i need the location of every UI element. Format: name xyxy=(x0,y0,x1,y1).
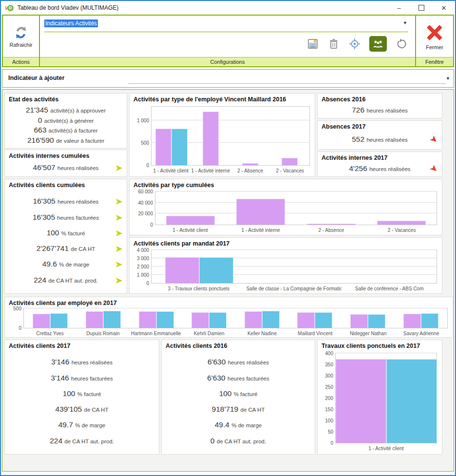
bar-violet xyxy=(350,314,368,328)
bar-violet xyxy=(236,199,285,225)
stat-label: de valeur à facturer xyxy=(56,138,104,144)
stat-value: 0 xyxy=(38,116,44,124)
stat-value: 21'345 xyxy=(26,106,50,114)
configuration-combo[interactable]: Indicateurs Activités ▼ xyxy=(40,16,415,33)
delete-config-button[interactable] xyxy=(327,37,340,51)
y-tick-label: 40 000 xyxy=(138,200,153,205)
stat-value: 918'719 xyxy=(212,405,241,413)
close-button[interactable]: Fermer xyxy=(416,16,453,57)
stat-row: 100 % facturé xyxy=(165,389,312,398)
stat-label: % facturé xyxy=(234,391,258,397)
stat-value: 49.6 xyxy=(42,260,59,268)
chart-title: Activités clients par employé en 2017 xyxy=(9,300,117,306)
undo-icon xyxy=(396,38,407,50)
save-config-button[interactable] xyxy=(306,37,320,51)
y-tick-label: 0 xyxy=(19,325,21,331)
panel-activites-internes-2017: Activités internes 2017 4'256 heures réa… xyxy=(317,152,442,177)
bar-violet xyxy=(282,158,298,165)
stat-value: 2'267'741 xyxy=(37,244,71,252)
default-config-button[interactable] xyxy=(348,37,361,51)
stat-value: 439'105 xyxy=(56,405,84,413)
panel-title: Absences 2017 xyxy=(322,123,365,130)
chart-category xyxy=(77,308,130,328)
bar-cyan xyxy=(171,129,188,165)
trend-flat-arrow-icon: ➤ xyxy=(115,197,123,206)
target-icon xyxy=(349,38,361,50)
close-icon xyxy=(425,23,444,42)
y-tick-label: 0 xyxy=(150,222,153,228)
bar-violet xyxy=(336,359,386,443)
chart-category xyxy=(183,308,236,328)
stat-label: heures facturées xyxy=(57,215,99,221)
toolbar-window-group: Fermer Fenêtre xyxy=(415,16,453,66)
stat-label: heures facturées xyxy=(228,376,269,381)
bar-violet xyxy=(203,112,219,165)
chart-category xyxy=(247,250,342,283)
stat-row: 49.6 % de marge➤ xyxy=(8,260,124,268)
x-category-label: 3 - Travaux clients ponctuels xyxy=(151,285,247,291)
minimize-button[interactable]: – xyxy=(388,1,410,15)
stat-row: 224 de CA HT aut. prod.➤ xyxy=(8,276,124,285)
chart-category xyxy=(191,107,230,165)
stat-row: 439'105 de CA HT xyxy=(8,405,156,414)
stat-value: 0 xyxy=(210,437,217,445)
add-indicator-bar: Indicateur à ajouter ▼ xyxy=(2,69,454,88)
y-tick-label: 300 xyxy=(325,373,333,379)
y-tick-label: 500 xyxy=(141,140,149,145)
toolbar-config-group: Indicateurs Activités ▼ xyxy=(40,16,415,66)
toolbar-actions-group: Rafraichir Actions xyxy=(3,16,40,66)
bar-violet xyxy=(33,314,50,328)
y-tick-label: 100 xyxy=(325,418,333,423)
chevron-down-icon[interactable]: ▼ xyxy=(403,20,407,25)
panel-title: Activités internes cumulées xyxy=(9,152,89,159)
save-icon xyxy=(307,38,319,50)
trend-flat-arrow-icon: ➤ xyxy=(115,260,123,269)
x-category-label: 2 - Vacances xyxy=(366,226,437,233)
stat-row: 2'267'741 de CA HT➤ xyxy=(8,244,124,253)
stat-label: de CA HT aut. prod. xyxy=(217,438,266,444)
stat-label: heures réalisées xyxy=(366,108,407,114)
bar-cyan xyxy=(199,257,233,283)
close-window-button[interactable]: ✕ xyxy=(433,1,455,15)
panel-title: Etat des activités xyxy=(9,96,58,103)
x-category-label: Savary Adrienne xyxy=(395,329,448,336)
y-tick-label: 60 000 xyxy=(138,189,153,194)
stat-row: 100 % facturé➤ xyxy=(8,228,124,237)
stat-label: de CA HT aut. prod. xyxy=(48,278,97,284)
maximize-button[interactable] xyxy=(410,1,433,15)
bar-cyan xyxy=(50,313,68,328)
share-config-button[interactable] xyxy=(369,36,387,52)
y-tick-label: 1 000 xyxy=(137,117,149,123)
y-tick-label: 200 xyxy=(325,396,333,401)
stat-value: 49.4 xyxy=(215,420,231,429)
stat-value: 4'256 xyxy=(349,164,369,172)
chart-travaux-clients-ponctuels: Travaux clients ponctuels en 2017 050100… xyxy=(317,340,442,455)
refresh-button[interactable]: Rafraichir xyxy=(3,16,39,57)
bar-cyan xyxy=(103,311,121,328)
chart-category xyxy=(236,308,289,328)
x-category-label: Crettaz Yves xyxy=(23,329,76,336)
add-indicator-combo[interactable] xyxy=(128,83,446,84)
x-category-label: 2 - Absence xyxy=(230,167,270,173)
chart-title: Activités par type de l'employé Vincent … xyxy=(133,96,286,103)
stat-row: 663 activité(s) à facturer xyxy=(8,126,124,134)
stat-label: heures réalisées xyxy=(228,360,269,365)
stat-label: % facturé xyxy=(61,230,85,236)
y-tick-label: 50 xyxy=(328,429,333,435)
chart-title: Activités par type cumulées xyxy=(133,182,214,189)
bar-violet xyxy=(377,221,426,225)
app-logo-icon: vD xyxy=(5,4,14,11)
chart-category xyxy=(342,250,437,283)
stat-row: 552 heures réalisées➤ xyxy=(321,135,439,144)
x-category-label: Nidegger Nathan xyxy=(342,329,395,336)
panel-title: Absences 2016 xyxy=(322,96,365,103)
configuration-combo-value: Indicateurs Activités xyxy=(44,19,98,27)
bar-cyan xyxy=(386,359,437,443)
actions-section-label: Actions xyxy=(3,57,39,66)
stat-value: 3'146 xyxy=(51,358,72,366)
chevron-down-icon[interactable]: ▼ xyxy=(446,76,450,81)
chart-category xyxy=(226,191,296,225)
app-window: vD Tableau de bord Viadev (MULTIMAGE) – … xyxy=(0,0,456,476)
bar-violet xyxy=(155,129,171,165)
reset-config-button[interactable] xyxy=(395,37,408,51)
